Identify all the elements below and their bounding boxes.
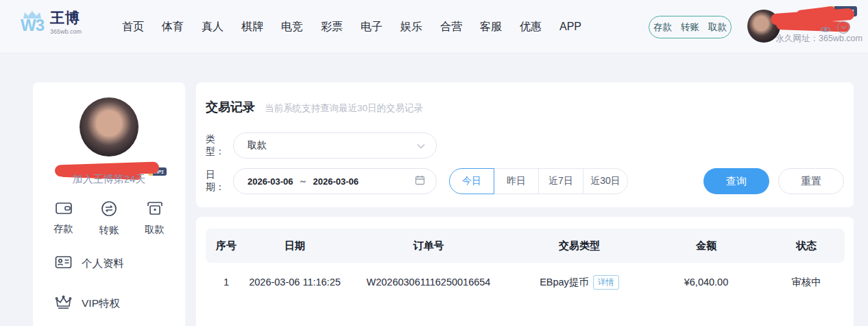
nav-affiliate[interactable]: 合营 — [440, 20, 462, 34]
cell-order-no: W202603061116250016654 — [343, 277, 514, 288]
join-days-text: 加入王博第24天 — [33, 173, 185, 186]
nav-lottery[interactable]: 彩票 — [321, 20, 343, 34]
transaction-type-text: EBpay提币 — [540, 276, 589, 289]
status-badge[interactable]: 审核中 — [768, 276, 845, 289]
brand-name: 王博 — [50, 8, 82, 27]
nav-service[interactable]: 客服 — [480, 20, 502, 34]
nav-slots[interactable]: 电子 — [361, 20, 383, 34]
logo-crown-icon: W3 — [21, 10, 44, 34]
date-separator: ～ — [299, 175, 308, 187]
sidebar-transfer-button[interactable]: 转账 — [99, 200, 119, 237]
search-button[interactable]: 查询 — [703, 168, 769, 194]
transaction-filter-panel: 交易记录 当前系统支持查询最近30日的交易记录 类型： 取款 日期： 2026-… — [196, 82, 854, 207]
date-end-value: 2026-03-06 — [313, 176, 359, 187]
transfer-button[interactable]: 转账 — [681, 21, 699, 34]
cell-type: EBpay提币 详情 — [514, 275, 644, 290]
permanent-url: 永久网址：365wb.com — [776, 33, 863, 45]
col-order-no: 订单号 — [343, 240, 514, 253]
col-type: 交易类型 — [514, 240, 644, 253]
col-index: 序号 — [206, 240, 247, 253]
cell-amount: ¥6,040.00 — [644, 277, 768, 288]
date-range-input[interactable]: 2026-03-06 ～ 2026-03-06 — [233, 168, 437, 194]
nav-home[interactable]: 首页 — [122, 20, 144, 34]
range-30days-button[interactable]: 近30日 — [583, 168, 628, 194]
date-start-value: 2026-03-06 — [248, 176, 293, 187]
atm-icon-button[interactable]: 取款 — [145, 200, 165, 237]
date-filter-label: 日期： — [206, 169, 233, 194]
nav-live[interactable]: 真人 — [202, 20, 224, 34]
transaction-table-panel: 序号 日期 订单号 交易类型 金额 状态 1 2026-03-06 11:16:… — [196, 217, 854, 326]
col-date: 日期 — [247, 240, 343, 253]
cell-date: 2026-03-06 11:16:25 — [247, 277, 343, 288]
atm-icon — [146, 200, 164, 219]
crown-icon — [55, 295, 72, 312]
col-amount: 金额 — [644, 240, 768, 253]
sidebar-quick-actions: 存款 转账 取款 — [33, 200, 185, 237]
nav-entertainment[interactable]: 娱乐 — [400, 20, 422, 34]
cell-index: 1 — [206, 277, 247, 288]
nav-chess[interactable]: 棋牌 — [241, 20, 263, 34]
range-yesterday-button[interactable]: 昨日 — [494, 168, 539, 194]
page-title: 交易记录 — [206, 99, 255, 115]
range-today-button[interactable]: 今日 — [449, 168, 494, 194]
table-row: 1 2026-03-06 11:16:25 W20260306111625001… — [206, 263, 845, 301]
chevron-down-icon[interactable] — [837, 21, 849, 34]
brand-logo[interactable]: W3 王博 365wb.com — [21, 8, 82, 35]
main-nav: 首页 体育 真人 棋牌 电竞 彩票 电子 娱乐 合营 客服 优惠 APP — [122, 0, 581, 54]
type-select-value: 取款 — [248, 139, 417, 152]
nav-app[interactable]: APP — [559, 21, 581, 33]
top-header: W3 王博 365wb.com 首页 体育 真人 棋牌 电竞 彩票 电子 娱乐 … — [0, 0, 868, 54]
reset-button[interactable]: 重置 — [778, 168, 844, 194]
detail-tag-button[interactable]: 详情 — [593, 275, 619, 290]
sidebar-item-profile[interactable]: 个人资料 — [55, 255, 124, 272]
brand-domain: 365wb.com — [50, 28, 82, 35]
nav-esports[interactable]: 电竞 — [281, 20, 303, 34]
nav-sports[interactable]: 体育 — [162, 20, 184, 34]
table-header-row: 序号 日期 订单号 交易类型 金额 状态 — [206, 229, 845, 263]
avatar — [80, 97, 138, 156]
calendar-icon — [415, 175, 425, 188]
profile-sidebar: VIP1 加入王博第24天 存款 转账 — [33, 82, 185, 326]
id-card-icon — [55, 255, 72, 272]
chevron-down-icon — [417, 139, 425, 152]
transfer-icon — [101, 200, 117, 220]
wallet-actions-pill: 存款 转账 取款 — [649, 16, 732, 38]
type-select[interactable]: 取款 — [233, 132, 437, 159]
sidebar-item-vip[interactable]: VIP特权 — [55, 295, 120, 312]
deposit-button[interactable]: 存款 — [653, 21, 672, 34]
nav-promo[interactable]: 优惠 — [520, 20, 542, 34]
col-status: 状态 — [768, 240, 845, 253]
logo-mark-text: W3 — [21, 17, 44, 34]
type-filter-label: 类型： — [206, 133, 233, 158]
sidebar-deposit-button[interactable]: 存款 — [53, 200, 73, 237]
withdraw-button[interactable]: 取款 — [708, 21, 727, 34]
page-subtitle: 当前系统支持查询最近30日的交易记录 — [265, 102, 423, 115]
page: W3 王博 365wb.com 首页 体育 真人 棋牌 电竞 彩票 电子 娱乐 … — [0, 0, 868, 326]
range-7days-button[interactable]: 近7日 — [538, 168, 583, 194]
wallet-icon — [55, 200, 73, 218]
quick-range-group: 今日 昨日 近7日 近30日 — [449, 168, 628, 194]
